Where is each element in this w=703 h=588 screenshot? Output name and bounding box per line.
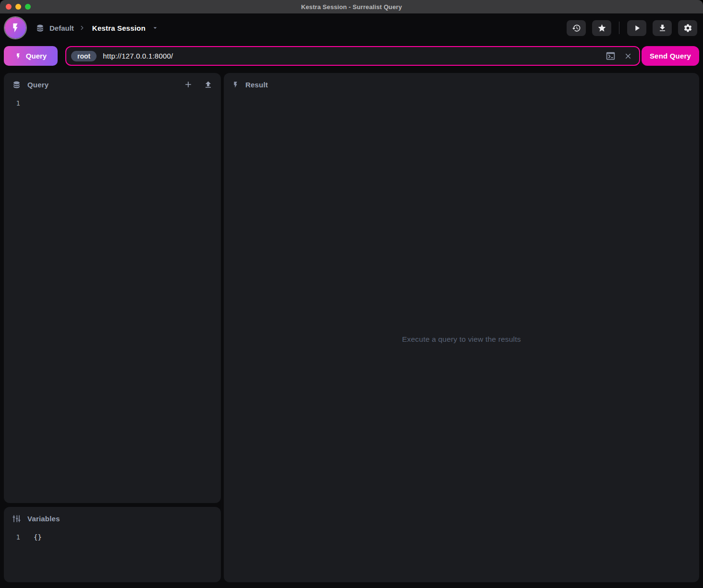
query-view-button[interactable]: Query bbox=[4, 46, 58, 66]
connection-url-bar[interactable]: root http://127.0.0.1:8000/ bbox=[65, 46, 640, 66]
database-icon bbox=[36, 24, 45, 33]
query-view-label: Query bbox=[26, 52, 47, 60]
query-panel-title: Query bbox=[27, 81, 48, 89]
star-icon bbox=[597, 24, 606, 33]
traffic-lights bbox=[6, 0, 31, 13]
history-icon bbox=[572, 24, 581, 33]
send-query-button[interactable]: Send Query bbox=[642, 46, 699, 66]
console-icon[interactable] bbox=[606, 51, 616, 61]
lightning-icon bbox=[10, 23, 21, 33]
tune-icon bbox=[12, 514, 21, 523]
history-button[interactable] bbox=[567, 20, 586, 36]
query-panel: Query 1 bbox=[4, 73, 221, 503]
query-panel-actions bbox=[183, 80, 213, 89]
titlebar: Kestra Session - Surrealist Query bbox=[0, 0, 703, 13]
chevron-right-icon bbox=[79, 24, 85, 31]
window-title: Kestra Session - Surrealist Query bbox=[301, 3, 402, 11]
upload-icon[interactable] bbox=[204, 80, 213, 89]
fullscreen-window-button[interactable] bbox=[25, 4, 31, 10]
variables-panel: Variables 1 {} bbox=[4, 507, 221, 582]
app-header: Default Kestra Session bbox=[0, 13, 703, 42]
query-editor[interactable]: 1 bbox=[4, 96, 221, 503]
result-empty-message: Execute a query to view the results bbox=[402, 335, 521, 344]
app-window: Kestra Session - Surrealist Query Defaul… bbox=[0, 0, 703, 588]
minimize-window-button[interactable] bbox=[15, 4, 21, 10]
result-panel-header: Result bbox=[224, 73, 699, 96]
surrealist-logo[interactable] bbox=[5, 17, 26, 38]
result-empty-state: Execute a query to view the results bbox=[224, 96, 699, 582]
query-toolbar: Query root http://127.0.0.1:8000/ Send Q… bbox=[4, 46, 699, 66]
run-button[interactable] bbox=[627, 20, 646, 36]
gear-icon bbox=[683, 24, 692, 33]
connection-breadcrumb[interactable]: Default Kestra Session bbox=[36, 24, 159, 33]
line-number: 1 bbox=[4, 532, 20, 542]
auth-user-badge: root bbox=[71, 51, 97, 61]
editor-line: 1 {} bbox=[4, 532, 221, 542]
result-panel: Result Execute a query to view the resul… bbox=[224, 73, 699, 582]
line-number: 1 bbox=[4, 98, 20, 108]
query-panel-header: Query bbox=[4, 73, 221, 96]
favorites-button[interactable] bbox=[592, 20, 611, 36]
close-window-button[interactable] bbox=[6, 4, 12, 10]
play-icon bbox=[632, 24, 642, 33]
variables-code: {} bbox=[34, 532, 42, 542]
plus-icon[interactable] bbox=[183, 80, 193, 89]
editor-line: 1 bbox=[4, 98, 221, 108]
variables-panel-header: Variables bbox=[4, 507, 221, 530]
close-icon[interactable] bbox=[624, 52, 632, 60]
lightning-icon bbox=[232, 81, 239, 88]
result-panel-title: Result bbox=[245, 81, 268, 89]
breadcrumb-connection: Default bbox=[49, 24, 74, 32]
toolbar-divider bbox=[619, 22, 619, 34]
left-column: Query 1 bbox=[4, 73, 221, 582]
chevron-down-icon bbox=[151, 24, 159, 32]
header-actions bbox=[567, 20, 697, 36]
variables-editor[interactable]: 1 {} bbox=[4, 530, 221, 582]
settings-button[interactable] bbox=[678, 20, 697, 36]
variables-panel-title: Variables bbox=[27, 515, 60, 523]
lightning-icon bbox=[15, 53, 22, 60]
database-icon bbox=[12, 80, 21, 89]
url-bar-icons bbox=[606, 51, 632, 61]
download-button[interactable] bbox=[653, 20, 672, 36]
breadcrumb-session: Kestra Session bbox=[92, 24, 145, 32]
download-icon bbox=[658, 24, 667, 33]
main-content: Query 1 bbox=[0, 66, 703, 588]
connection-url: http://127.0.0.1:8000/ bbox=[103, 52, 173, 60]
